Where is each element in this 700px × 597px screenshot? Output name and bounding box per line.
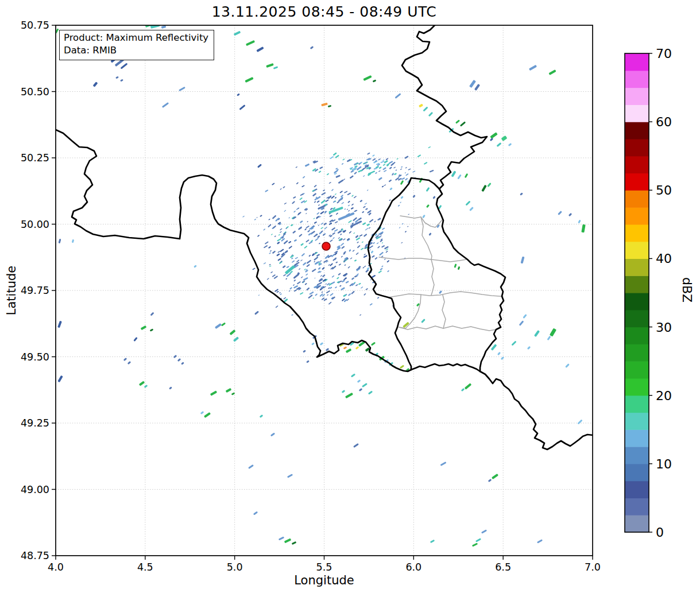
colorbar-tick-label: 60 — [656, 115, 672, 129]
colorbar-tick-label: 50 — [656, 183, 672, 197]
x-tick-label: 4.5 — [137, 561, 153, 573]
product-info-box: Product: Maximum Reflectivity Data: RMIB — [59, 30, 214, 60]
product-line: Product: Maximum Reflectivity — [64, 32, 208, 44]
data-source-line: Data: RMIB — [64, 44, 208, 57]
colorbar-tick-label: 0 — [656, 525, 664, 540]
map-canvas: 4.04.55.05.56.06.57.050.7550.5050.2550.0… — [0, 0, 700, 597]
y-tick-label: 48.75 — [21, 550, 49, 561]
y-tick-label: 49.50 — [21, 351, 49, 363]
y-tick-label: 50.75 — [21, 20, 49, 31]
colorbar-tick-label: 70 — [656, 46, 672, 61]
figure-title: 13.11.2025 08:45 - 08:49 UTC — [56, 3, 593, 20]
clutter-speckle-clusters — [242, 146, 434, 316]
colorbar: 010203040506070 — [625, 46, 672, 540]
x-tick-label: 5.5 — [316, 561, 332, 573]
radar-figure: 4.04.55.05.56.06.57.050.7550.5050.2550.0… — [0, 0, 700, 597]
y-axis-ticks: 50.7550.5050.2550.0049.7549.5049.2549.00… — [21, 20, 56, 561]
y-tick-label: 49.25 — [21, 417, 49, 429]
x-axis-ticks: 4.04.55.05.56.06.57.0 — [48, 556, 601, 573]
x-tick-label: 7.0 — [585, 561, 601, 573]
x-axis-label: Longitude — [56, 573, 593, 587]
colorbar-tick-label: 10 — [656, 457, 672, 471]
colorbar-tick-label: 30 — [656, 320, 672, 335]
y-tick-label: 50.25 — [21, 152, 49, 164]
x-tick-label: 5.0 — [227, 561, 243, 573]
x-tick-label: 6.5 — [495, 561, 511, 573]
y-tick-label: 49.75 — [21, 285, 49, 296]
colorbar-label: dBZ — [680, 277, 694, 303]
radar-echo-streaks — [55, 23, 585, 547]
colorbar-tick-label: 40 — [656, 251, 672, 266]
y-tick-label: 50.50 — [21, 86, 49, 98]
x-tick-label: 6.0 — [405, 561, 421, 573]
y-tick-label: 49.00 — [21, 484, 49, 495]
radar-site-marker — [322, 242, 330, 250]
y-tick-label: 50.00 — [21, 219, 49, 230]
colorbar-tick-label: 20 — [656, 389, 672, 403]
y-axis-label: Latitude — [5, 266, 18, 315]
map-plot-area — [55, 23, 593, 556]
x-tick-label: 4.0 — [48, 561, 64, 573]
